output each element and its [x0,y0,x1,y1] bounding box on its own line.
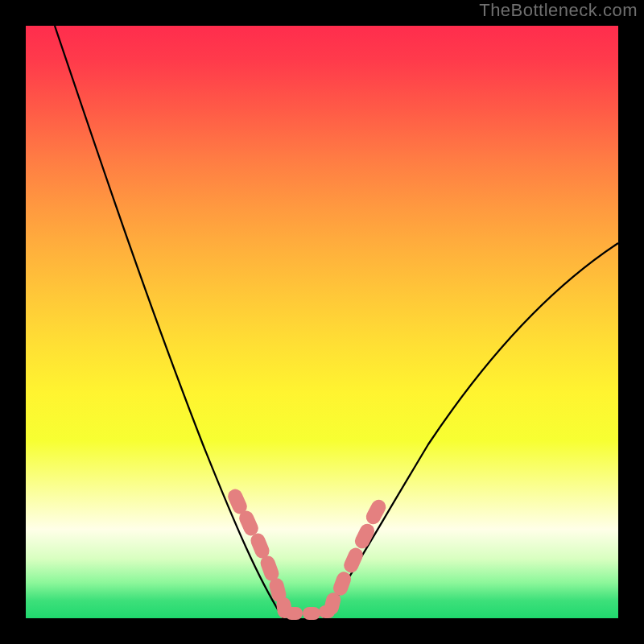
plot-area [26,26,618,618]
right-blob-cluster [323,497,389,617]
chart-frame: TheBottleneck.com [0,0,644,644]
blob-segment [341,546,365,576]
blob-segment [285,607,303,620]
blob-segment [364,497,389,527]
watermark-text: TheBottleneck.com [479,0,638,21]
chart-svg [26,26,618,618]
blob-segment [303,607,320,620]
right-curve [324,243,618,618]
left-blob-cluster [225,487,292,619]
